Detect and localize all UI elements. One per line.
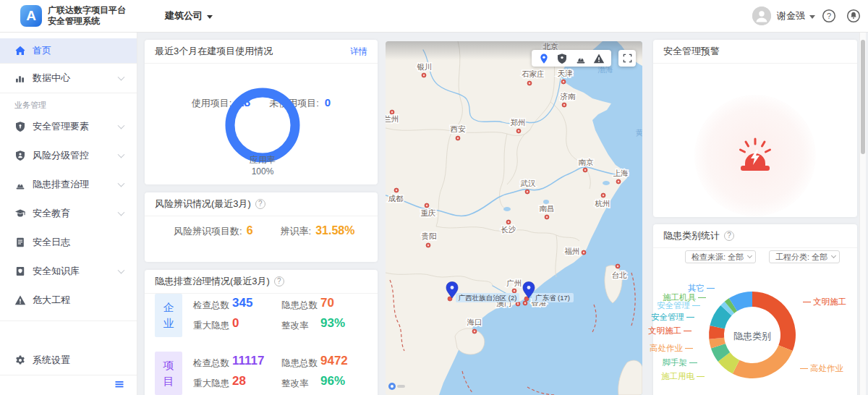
warning-card-header: 安全管理预警 xyxy=(653,40,857,64)
hazard-card-title: 隐患排查治理情况(最近3月) xyxy=(155,275,270,288)
hazard-stat-value: 0 xyxy=(232,316,239,331)
svg-text:兰州: 兰州 xyxy=(386,114,399,123)
sidebar-item-warning[interactable]: 危大工程 xyxy=(0,286,137,315)
filter-check-source[interactable]: 检查来源: 全部 xyxy=(685,250,756,263)
risk-count-label: 风险辨识项目数: xyxy=(174,225,242,238)
map-toolbar-warning-icon[interactable] xyxy=(593,53,605,64)
sidebar-item-knowledge[interactable]: 安全知识库 xyxy=(0,257,137,286)
svg-text:石家庄: 石家庄 xyxy=(522,69,545,78)
usage-card: 最近3个月在建项目使用情况 详情 使用项目: 18 未使用项目: 0 应用率 1… xyxy=(145,40,378,184)
svg-text:西安: 西安 xyxy=(451,124,467,133)
usage-center-label: 应用率 xyxy=(219,154,306,166)
company-name: 建筑公司 xyxy=(165,9,203,22)
hazard-stat-value: 96% xyxy=(320,374,345,388)
chevron-down-icon xyxy=(207,15,213,19)
svg-text:银川: 银川 xyxy=(417,62,433,71)
filter-project-type[interactable]: 工程分类: 全部 xyxy=(769,250,840,263)
svg-text:上海: 上海 xyxy=(613,169,629,177)
sidebar-item-bar-chart[interactable]: 数据中心 xyxy=(0,64,137,93)
help-icon[interactable]: ? xyxy=(822,9,836,23)
help-circle-icon[interactable]: ? xyxy=(274,276,284,286)
hazard-group-enterprise: 企业检查总数345隐患总数70重大隐患0整改率93% xyxy=(155,294,367,346)
hazard-stat-label: 重大隐患 xyxy=(193,320,229,332)
usage-card-header: 最近3个月在建项目使用情况 详情 xyxy=(145,40,378,64)
svg-text:成都: 成都 xyxy=(388,194,404,203)
chevron-down-icon xyxy=(118,267,125,274)
map-panel[interactable]: 渤海黄 北京银川石家庄天津济南兰州西安郑州南京上海成都重庆武汉杭州南昌长沙贵阳福… xyxy=(386,41,642,395)
sidebar-item-shield-user[interactable]: 风险分级管控 xyxy=(0,141,137,170)
user-dropdown[interactable]: 谢金强 xyxy=(752,7,815,25)
siren-icon xyxy=(736,136,775,177)
sidebar-item-gear[interactable]: 系统设置 xyxy=(0,346,137,375)
donut-center-label: 隐患类别 xyxy=(716,330,788,343)
hazard-group-project: 项目检查总数11117隐患总数9472重大隐患28整改率96% xyxy=(155,352,367,395)
bell-icon[interactable] xyxy=(846,9,861,23)
hainan-island xyxy=(455,328,485,354)
gear-icon xyxy=(14,354,26,366)
help-circle-icon[interactable]: ? xyxy=(724,231,734,241)
risk-rate-value: 31.58% xyxy=(315,224,354,237)
donut-label: 安全管理 xyxy=(651,312,697,323)
sidebar-item-label: 安全管理要素 xyxy=(33,120,89,133)
risk-card-header: 风险辨识情况(最近3月) ? xyxy=(145,192,378,216)
home-icon xyxy=(14,45,26,56)
hazard-stat-value: 70 xyxy=(320,296,334,310)
hazard-stat-label: 重大隐患 xyxy=(193,378,229,390)
bar-chart-icon xyxy=(14,72,26,84)
map-toolbar-shield-icon[interactable] xyxy=(556,53,568,64)
risk-card: 风险辨识情况(最近3月) ? 风险辨识项目数: 6 辨识率: 31.58% xyxy=(145,192,378,262)
usage-center-value: 100% xyxy=(219,166,306,177)
svg-text:武汉: 武汉 xyxy=(521,179,537,187)
usage-ring-center: 应用率 100% xyxy=(219,154,306,177)
map-toolbar xyxy=(532,50,611,67)
map-expand-button[interactable] xyxy=(618,50,636,67)
collapse-menu-icon[interactable] xyxy=(114,378,125,392)
svg-text:长沙: 长沙 xyxy=(501,225,517,234)
sidebar-item-label: 安全教育 xyxy=(33,207,70,220)
sidebar-item-label: 数据中心 xyxy=(33,72,70,85)
sidebar-item-shield-check[interactable]: 安全管理要素 xyxy=(0,112,137,141)
donut-label: 脚手架 xyxy=(663,357,700,368)
filter-check-source-value: 检查来源: 全部 xyxy=(692,252,744,263)
usage-detail-link[interactable]: 详情 xyxy=(350,46,367,58)
hazard-stat-label: 检查总数 xyxy=(193,357,229,370)
sidebar: 首页 数据中心 业务管理 安全管理要素风险分级管控隐患排查治理安全教育安全日志安… xyxy=(0,33,137,395)
hazard-stat-value: 28 xyxy=(232,374,246,388)
sidebar-item-education[interactable]: 安全教育 xyxy=(0,199,137,228)
app-title-line1: 广联达数字项目平台 xyxy=(48,5,126,16)
sidebar-collapse-bar xyxy=(0,375,137,395)
siren-icon xyxy=(14,179,26,190)
sidebar-item-siren[interactable]: 隐患排查治理 xyxy=(0,170,137,199)
app-title-line2: 安全管理系统 xyxy=(48,16,126,27)
chevron-down-icon xyxy=(118,151,125,158)
hazard-card: 隐患排查治理情况(最近3月) ? 企业检查总数345隐患总数70重大隐患0整改率… xyxy=(145,270,378,395)
svg-text:郑州: 郑州 xyxy=(511,118,526,127)
unused-value: 0 xyxy=(325,96,331,109)
category-card-title: 隐患类别统计 xyxy=(663,229,720,242)
scrollbar-thumb[interactable] xyxy=(861,40,865,154)
warning-icon xyxy=(14,294,26,306)
shield-check-icon xyxy=(14,121,26,132)
risk-stats: 风险辨识项目数: 6 辨识率: 31.58% xyxy=(174,224,354,238)
svg-text:重庆: 重庆 xyxy=(421,208,436,217)
avatar xyxy=(752,7,771,25)
sidebar-item-document[interactable]: 安全日志 xyxy=(0,228,137,257)
svg-text:天津: 天津 xyxy=(558,69,574,77)
hazard-card-header: 隐患排查治理情况(最近3月) ? xyxy=(145,270,378,294)
donut-label: 文明施工 xyxy=(648,326,694,336)
warning-card: 安全管理预警 xyxy=(653,40,857,217)
sidebar-item-label: 隐患排查治理 xyxy=(33,178,89,191)
sidebar-item-home[interactable]: 首页 xyxy=(0,38,137,63)
map-toolbar-pin-icon[interactable] xyxy=(538,53,550,64)
document-icon xyxy=(14,237,26,248)
chevron-down-icon xyxy=(747,253,752,258)
company-dropdown[interactable]: 建筑公司 xyxy=(165,9,213,22)
education-icon xyxy=(14,208,26,219)
sidebar-item-label: 安全知识库 xyxy=(33,265,80,278)
svg-text:济南: 济南 xyxy=(561,92,576,101)
help-circle-icon[interactable]: ? xyxy=(255,199,265,209)
user-name: 谢金强 xyxy=(777,9,805,22)
map-toolbar-siren-icon[interactable] xyxy=(575,53,587,64)
chevron-down-icon xyxy=(809,15,815,19)
scrollbar xyxy=(859,33,866,395)
